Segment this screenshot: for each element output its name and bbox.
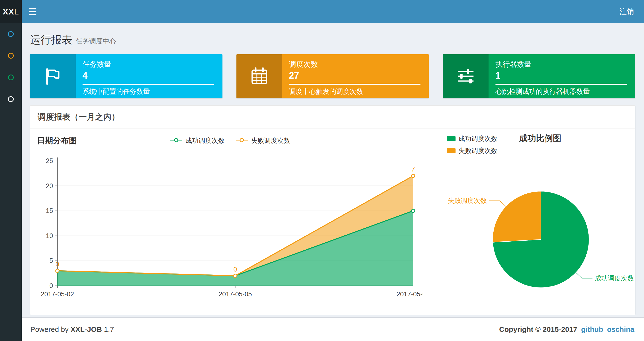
info-box-value: 27 [289, 70, 421, 81]
line-legend-item-success[interactable]: 成功调度次数 [170, 136, 225, 145]
svg-text:25: 25 [46, 157, 53, 164]
page-subtitle: 任务调度中心 [76, 37, 116, 45]
flag-icon [30, 54, 76, 98]
svg-text:7: 7 [411, 166, 415, 173]
svg-text:20: 20 [46, 182, 53, 190]
progress-bar [495, 84, 627, 85]
progress-bar [289, 84, 421, 85]
logo-text-bold: XX [3, 7, 14, 17]
svg-text:2017-05-02: 2017-05-02 [41, 291, 74, 298]
pie-legend-square-icon [447, 148, 456, 153]
svg-text:成功调度次数: 成功调度次数 [595, 275, 634, 282]
panel-body: 日期分布图 成功调度次数 失败调度次数 05101520252017-05-02… [30, 129, 635, 315]
line-series-marker-icon [235, 137, 248, 144]
hamburger-icon [29, 8, 36, 15]
pie-legend-item-success[interactable]: 成功调度次数 [447, 134, 498, 143]
circle-icon [8, 53, 14, 59]
pie-legend-item-fail[interactable]: 失败调度次数 [447, 146, 498, 155]
powered-by-text: Powered by XXL-JOB 1.7 [30, 325, 114, 333]
github-link[interactable]: github [581, 325, 603, 333]
sliders-icon [443, 54, 488, 98]
info-box-description: 心跳检测成功的执行器机器数量 [495, 87, 627, 96]
circle-icon [8, 75, 14, 80]
svg-text:10: 10 [46, 232, 53, 239]
info-box-title: 执行器数量 [495, 60, 627, 70]
success-ratio-chart: 成功调度次数 失败调度次数 成功比例图 成功调度次数失败调度次数 [428, 133, 640, 308]
sidebar-menu-item-2[interactable] [0, 45, 22, 67]
line-chart-legend: 成功调度次数 失败调度次数 [170, 133, 290, 148]
content-area: 运行报表任务调度中心 任务数量 4 系统中配置的任务数量 [22, 23, 644, 317]
page-title-text: 运行报表 [30, 34, 72, 46]
sidebar-toggle-button[interactable] [22, 0, 44, 23]
area-chart-svg: 05101520252017-05-022017-05-052017-05-08… [37, 150, 423, 304]
top-navbar: XXL 注销 [0, 0, 644, 23]
calendar-icon [236, 54, 282, 98]
page-title: 运行报表任务调度中心 [30, 33, 635, 47]
copyright-text: Copyright © 2015-2017 [499, 325, 577, 333]
logout-link[interactable]: 注销 [609, 0, 644, 23]
info-box-description: 系统中配置的任务数量 [82, 87, 214, 96]
svg-text:2017-05-08: 2017-05-08 [396, 291, 423, 298]
svg-text:0: 0 [50, 282, 53, 289]
progress-bar [82, 84, 214, 85]
info-box-title: 任务数量 [82, 60, 214, 70]
info-boxes-row: 任务数量 4 系统中配置的任务数量 调度次数 [30, 54, 635, 98]
info-box-trigger-count: 调度次数 27 调度中心触发的调度次数 [236, 54, 429, 98]
line-legend-item-fail[interactable]: 失败调度次数 [235, 136, 290, 145]
svg-text:15: 15 [46, 207, 53, 214]
oschina-link[interactable]: oschina [607, 325, 634, 333]
info-box-value: 4 [82, 70, 214, 81]
product-version: 1.7 [104, 325, 114, 333]
sidebar-menu-item-3[interactable] [0, 67, 22, 88]
footer: Powered by XXL-JOB 1.7 Copyright © 2015-… [22, 317, 644, 341]
legend-label: 失败调度次数 [251, 136, 290, 145]
pie-chart-legend: 成功调度次数 失败调度次数 [447, 133, 498, 155]
sidebar-menu-item-4[interactable] [0, 88, 22, 110]
legend-label: 成功调度次数 [458, 134, 498, 143]
pie-chart-svg: 成功调度次数失败调度次数 [428, 162, 640, 307]
info-box-executor-count: 执行器数量 1 心跳检测成功的执行器机器数量 [443, 54, 635, 98]
logo-text-light: L [14, 7, 19, 17]
line-series-marker-icon [170, 137, 183, 144]
legend-label: 失败调度次数 [458, 146, 498, 155]
circle-icon [8, 31, 14, 37]
panel-title: 调度报表（一月之内） [30, 106, 635, 129]
info-box-description: 调度中心触发的调度次数 [289, 87, 421, 96]
info-box-task-count: 任务数量 4 系统中配置的任务数量 [30, 54, 222, 98]
info-box-value: 1 [495, 70, 627, 81]
svg-text:0: 0 [233, 266, 237, 273]
sidebar-menu [0, 23, 22, 341]
product-name: XXL-JOB [70, 325, 102, 333]
report-panel: 调度报表（一月之内） 日期分布图 成功调度次数 失败调度次数 [30, 105, 635, 315]
pie-legend-square-icon [447, 136, 456, 141]
date-distribution-chart: 日期分布图 成功调度次数 失败调度次数 05101520252017-05-02… [37, 133, 423, 308]
svg-text:失败调度次数: 失败调度次数 [448, 197, 487, 204]
circle-icon [8, 96, 14, 102]
svg-text:0: 0 [56, 261, 59, 268]
legend-label: 成功调度次数 [186, 136, 225, 145]
chart-title-pie: 成功比例图 [519, 133, 561, 143]
sidebar-menu-item-1[interactable] [0, 23, 22, 45]
svg-text:2017-05-05: 2017-05-05 [218, 291, 252, 298]
svg-text:5: 5 [50, 257, 53, 264]
info-box-title: 调度次数 [289, 60, 421, 70]
app-logo[interactable]: XXL [0, 0, 22, 23]
